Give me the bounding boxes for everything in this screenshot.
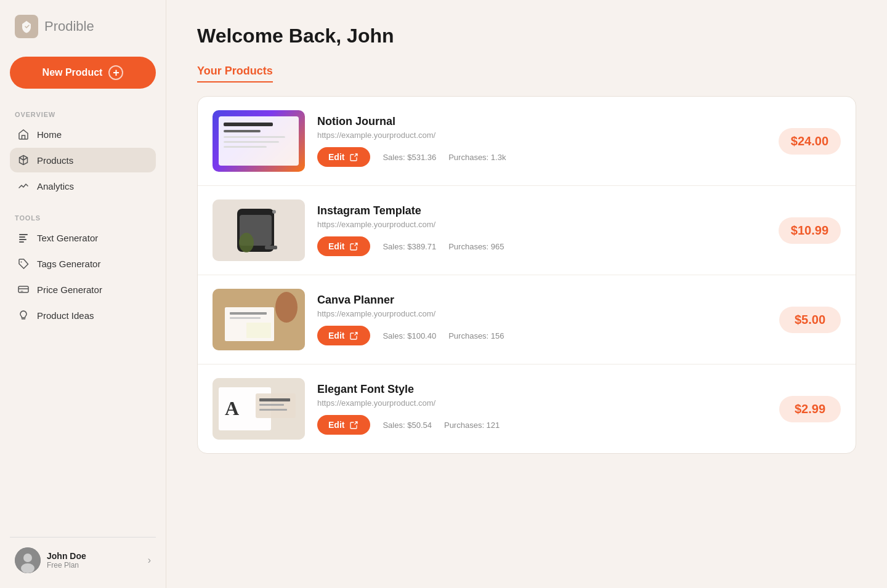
product-purchases: Purchases: 156 xyxy=(448,331,504,340)
products-list: Notion Journal https://example.yourprodu… xyxy=(197,96,856,454)
sidebar-item-label-home: Home xyxy=(37,129,62,140)
sidebar-item-label-tags-gen: Tags Generator xyxy=(37,259,100,269)
product-thumbnail-canva-planner xyxy=(213,289,305,350)
product-purchases: Purchases: 965 xyxy=(448,242,504,251)
product-thumbnail-instagram-template xyxy=(213,199,305,261)
app-name: Prodible xyxy=(44,18,94,34)
sidebar-item-label-analytics: Analytics xyxy=(37,181,74,191)
product-actions: Edit Sales: $100.40 Purchases: 156 xyxy=(317,326,767,345)
sidebar: Prodible New Product + OVERVIEW Home xyxy=(0,0,166,588)
sidebar-item-products[interactable]: Products xyxy=(10,148,156,172)
sidebar-item-label-price-gen: Price Generator xyxy=(37,284,102,295)
product-actions: Edit Sales: $531.36 Purchases: 1.3k xyxy=(317,147,766,167)
product-name: Canva Planner xyxy=(317,294,767,307)
product-purchases: Purchases: 121 xyxy=(444,421,500,430)
product-purchases: Purchases: 1.3k xyxy=(448,153,506,162)
table-row: Elegant Font Style https://example.yourp… xyxy=(198,364,856,453)
sidebar-item-home[interactable]: Home xyxy=(10,122,156,147)
box-icon xyxy=(17,154,30,166)
logo-area: Prodible xyxy=(10,15,156,38)
table-row: Canva Planner https://example.yourproduc… xyxy=(198,275,856,364)
product-sales: Sales: $100.40 xyxy=(383,331,436,340)
new-product-label: New Product xyxy=(43,67,103,78)
product-url: https://example.yourproduct.com/ xyxy=(317,131,766,140)
product-name: Notion Journal xyxy=(317,115,766,128)
svg-rect-3 xyxy=(19,241,24,243)
external-link-icon xyxy=(349,152,359,162)
tag-icon xyxy=(17,257,30,270)
user-plan: Free Plan xyxy=(47,561,142,570)
sidebar-item-analytics[interactable]: Analytics xyxy=(10,174,156,198)
external-link-icon xyxy=(349,241,359,251)
overview-nav: Home Products Analytics xyxy=(10,122,156,199)
product-sales: Sales: $531.36 xyxy=(383,153,436,162)
edit-button-elegant-font-style[interactable]: Edit xyxy=(317,415,370,435)
tools-label: TOOLS xyxy=(10,214,156,222)
external-link-icon xyxy=(349,420,359,430)
edit-button-instagram-template[interactable]: Edit xyxy=(317,236,370,256)
product-url: https://example.yourproduct.com/ xyxy=(317,398,767,408)
user-area[interactable]: John Doe Free Plan › xyxy=(10,537,156,573)
product-thumbnail-elegant-font-style xyxy=(213,378,305,440)
page-title: Welcome Back, John xyxy=(197,25,856,47)
text-icon xyxy=(17,232,30,244)
sidebar-item-tags-generator[interactable]: Tags Generator xyxy=(10,251,156,276)
chevron-right-icon: › xyxy=(148,555,151,566)
svg-point-4 xyxy=(21,262,22,263)
product-price-elegant-font-style: $2.99 xyxy=(779,396,841,422)
product-price-canva-planner: $5.00 xyxy=(779,307,841,333)
sidebar-item-label-text-gen: Text Generator xyxy=(37,233,98,243)
product-name: Instagram Template xyxy=(317,204,766,217)
sidebar-item-text-generator[interactable]: Text Generator xyxy=(10,225,156,250)
overview-label: OVERVIEW xyxy=(10,111,156,118)
product-name: Elegant Font Style xyxy=(317,383,767,396)
product-info-canva-planner: Canva Planner https://example.yourproduc… xyxy=(317,294,767,345)
svg-rect-5 xyxy=(18,286,28,292)
product-actions: Edit Sales: $389.71 Purchases: 965 xyxy=(317,236,766,256)
svg-point-8 xyxy=(21,563,34,573)
price-icon xyxy=(17,283,30,296)
product-actions: Edit Sales: $50.54 Purchases: 121 xyxy=(317,415,767,435)
tools-section: TOOLS Text Generator Tags Generator xyxy=(10,209,156,329)
home-icon xyxy=(17,128,30,140)
product-sales: Sales: $50.54 xyxy=(383,421,432,430)
logo-icon xyxy=(15,15,38,38)
avatar xyxy=(15,547,41,573)
product-info-notion-journal: Notion Journal https://example.yourprodu… xyxy=(317,115,766,167)
product-info-instagram-template: Instagram Template https://example.yourp… xyxy=(317,204,766,256)
user-name: John Doe xyxy=(47,551,142,561)
main-content: Welcome Back, John Your Products Notion … xyxy=(166,0,887,588)
section-heading: Your Products xyxy=(197,65,273,83)
product-info-elegant-font-style: Elegant Font Style https://example.yourp… xyxy=(317,383,767,435)
sidebar-item-label-products: Products xyxy=(37,155,73,166)
table-row: Notion Journal https://example.yourprodu… xyxy=(198,97,856,186)
product-price-instagram-template: $10.99 xyxy=(779,217,841,244)
table-row: Instagram Template https://example.yourp… xyxy=(198,186,856,275)
idea-icon xyxy=(17,309,30,321)
svg-rect-1 xyxy=(19,236,25,238)
product-url: https://example.yourproduct.com/ xyxy=(317,309,767,318)
plus-icon: + xyxy=(108,65,123,80)
sidebar-item-label-product-ideas: Product Ideas xyxy=(37,310,94,321)
new-product-button[interactable]: New Product + xyxy=(10,57,156,89)
external-link-icon xyxy=(349,331,359,340)
svg-rect-0 xyxy=(19,234,28,235)
edit-button-notion-journal[interactable]: Edit xyxy=(317,147,370,167)
svg-rect-2 xyxy=(19,239,26,240)
svg-point-7 xyxy=(23,554,32,562)
product-price-notion-journal: $24.00 xyxy=(779,128,841,155)
sidebar-item-product-ideas[interactable]: Product Ideas xyxy=(10,303,156,328)
product-sales: Sales: $389.71 xyxy=(383,242,436,251)
product-thumbnail-notion-journal xyxy=(213,110,305,172)
sidebar-item-price-generator[interactable]: Price Generator xyxy=(10,277,156,302)
user-info: John Doe Free Plan xyxy=(47,551,142,570)
edit-button-canva-planner[interactable]: Edit xyxy=(317,326,370,345)
product-url: https://example.yourproduct.com/ xyxy=(317,220,766,229)
analytics-icon xyxy=(17,180,30,192)
